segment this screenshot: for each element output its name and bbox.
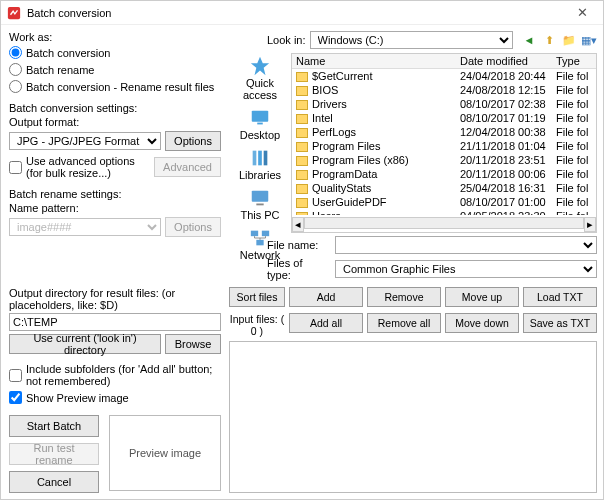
add-button[interactable]: Add (289, 287, 363, 307)
move-down-button[interactable]: Move down (445, 313, 519, 333)
table-row[interactable]: UserGuidePDF08/10/2017 01:00File fol (292, 195, 596, 209)
table-row[interactable]: ProgramData20/11/2018 00:06File fol (292, 167, 596, 181)
advanced-button: Advanced (154, 157, 221, 177)
start-batch-button[interactable]: Start Batch (9, 415, 99, 437)
svg-marker-1 (251, 57, 269, 75)
add-all-button[interactable]: Add all (289, 313, 363, 333)
place-quick-access[interactable]: Quick access (232, 53, 288, 103)
include-subfolders-check[interactable]: Include subfolders (for 'Add all' button… (9, 362, 221, 388)
titlebar: Batch conversion ✕ (1, 1, 603, 25)
svg-rect-5 (258, 151, 262, 166)
move-up-button[interactable]: Move up (445, 287, 519, 307)
files-of-type-label: Files of type: (267, 257, 329, 281)
col-type[interactable]: Type (552, 54, 596, 68)
folder-icon (296, 100, 308, 110)
svg-rect-6 (264, 151, 268, 166)
rename-options-button: Options (165, 217, 221, 237)
svg-rect-7 (252, 191, 269, 202)
svg-rect-8 (256, 204, 263, 206)
output-format-select[interactable]: JPG - JPG/JPEG Format (9, 132, 161, 150)
table-row[interactable]: Drivers08/10/2017 02:38File fol (292, 97, 596, 111)
table-row[interactable]: PerfLogs12/04/2018 00:38File fol (292, 125, 596, 139)
load-txt-button[interactable]: Load TXT (523, 287, 597, 307)
table-row[interactable]: QualityStats25/04/2018 16:31File fol (292, 181, 596, 195)
look-in-label: Look in: (267, 34, 306, 46)
folder-icon (296, 72, 308, 82)
radio-batch-rename[interactable]: Batch rename (9, 62, 221, 77)
svg-rect-3 (257, 123, 263, 125)
new-folder-icon[interactable]: 📁 (561, 32, 577, 48)
radio-batch-conversion[interactable]: Batch conversion (9, 45, 221, 60)
use-current-dir-button[interactable]: Use current ('look in') directory (9, 334, 161, 354)
folder-icon (296, 184, 308, 194)
cancel-button[interactable]: Cancel (9, 471, 99, 493)
remove-button[interactable]: Remove (367, 287, 441, 307)
back-icon[interactable]: ◄ (521, 32, 537, 48)
up-icon[interactable]: ⬆ (541, 32, 557, 48)
place-desktop[interactable]: Desktop (232, 105, 288, 143)
col-date[interactable]: Date modified (456, 54, 552, 68)
file-name-label: File name: (267, 239, 329, 251)
right-panel: Look in: Windows (C:) ◄ ⬆ 📁 ▦▾ Quick acc… (229, 25, 603, 499)
folder-icon (296, 86, 308, 96)
look-in-select[interactable]: Windows (C:) (310, 31, 513, 49)
preview-image-area: Preview image (109, 415, 221, 491)
table-row[interactable]: Program Files21/11/2018 01:04File fol (292, 139, 596, 153)
batch-conv-settings-label: Batch conversion settings: (9, 102, 221, 114)
files-of-type-select[interactable]: Common Graphic Files (335, 260, 597, 278)
save-as-txt-button[interactable]: Save as TXT (523, 313, 597, 333)
svg-rect-4 (253, 151, 257, 166)
name-pattern-label: Name pattern: (9, 202, 221, 214)
input-files-queue[interactable] (229, 341, 597, 493)
table-row[interactable]: Program Files (x86)20/11/2018 23:51File … (292, 153, 596, 167)
options-button[interactable]: Options (165, 131, 221, 151)
window-title: Batch conversion (27, 7, 567, 19)
h-scrollbar[interactable]: ◂▸ (292, 217, 596, 232)
remove-all-button[interactable]: Remove all (367, 313, 441, 333)
app-icon (7, 6, 21, 20)
batch-rename-settings-label: Batch rename settings: (9, 188, 221, 200)
sort-files-button[interactable]: Sort files (229, 287, 285, 307)
folder-icon (296, 156, 308, 166)
file-list-header[interactable]: Name Date modified Type (292, 54, 596, 69)
output-dir-label: Output directory for result files: (or p… (9, 287, 221, 311)
table-row[interactable]: Intel08/10/2017 01:19File fol (292, 111, 596, 125)
svg-rect-2 (252, 111, 269, 122)
file-name-input[interactable] (335, 236, 597, 254)
places-bar: Quick access Desktop Libraries This PC N… (229, 53, 291, 233)
col-name[interactable]: Name (292, 54, 456, 68)
name-pattern-select: image#### (9, 218, 161, 236)
folder-icon (296, 198, 308, 208)
folder-icon (296, 170, 308, 180)
left-panel: Work as: Batch conversion Batch rename B… (1, 25, 229, 499)
folder-icon (296, 128, 308, 138)
file-list[interactable]: Name Date modified Type $GetCurrent24/04… (291, 53, 597, 233)
output-format-label: Output format: (9, 116, 221, 128)
work-as-label: Work as: (9, 31, 221, 43)
browse-button[interactable]: Browse (165, 334, 221, 354)
table-row[interactable]: Users04/05/2018 23:30File fol (292, 209, 596, 215)
folder-icon (296, 212, 308, 215)
place-libraries[interactable]: Libraries (232, 145, 288, 183)
advanced-options-check[interactable]: Use advanced options (for bulk resize...… (9, 154, 150, 180)
view-menu-icon[interactable]: ▦▾ (581, 32, 597, 48)
run-test-rename-button: Run test rename (9, 443, 99, 465)
folder-icon (296, 142, 308, 152)
folder-icon (296, 114, 308, 124)
table-row[interactable]: $GetCurrent24/04/2018 20:44File fol (292, 69, 596, 83)
input-files-label: Input files: ( 0 ) (229, 313, 285, 337)
close-icon[interactable]: ✕ (567, 5, 597, 20)
show-preview-check[interactable]: Show Preview image (9, 390, 221, 405)
place-this-pc[interactable]: This PC (232, 185, 288, 223)
table-row[interactable]: BIOS24/08/2018 12:15File fol (292, 83, 596, 97)
radio-batch-conversion-rename[interactable]: Batch conversion - Rename result files (9, 79, 221, 94)
output-dir-input[interactable] (9, 313, 221, 331)
